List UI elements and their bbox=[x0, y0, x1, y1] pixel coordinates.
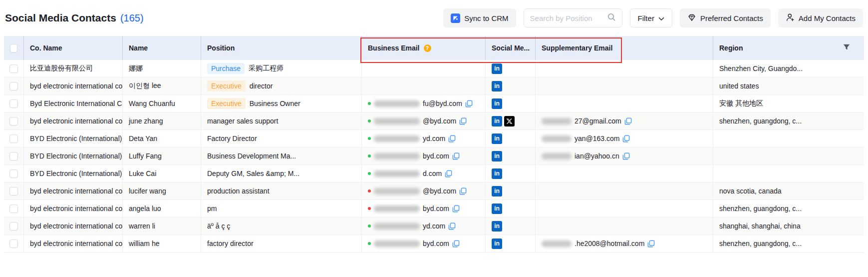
add-my-contacts-label: Add My Contacts bbox=[799, 14, 856, 22]
social-media-cell: in bbox=[486, 130, 536, 147]
copy-icon[interactable] bbox=[459, 118, 467, 125]
region-cell: Shenzhen City, Guangdo... bbox=[713, 60, 864, 77]
row-checkbox[interactable] bbox=[9, 152, 18, 160]
supplementary-email-cell: 27@gmail.com bbox=[536, 112, 713, 130]
copy-icon[interactable] bbox=[445, 170, 452, 178]
copy-icon[interactable] bbox=[452, 240, 460, 248]
position-cell: Purchase 采购工程师 bbox=[201, 60, 362, 77]
company-cell: Byd Electronic International Co ... bbox=[24, 95, 123, 112]
position-cell: Deputy GM, Sales &amp; M... bbox=[201, 165, 362, 182]
social-media-cell: in bbox=[486, 148, 536, 164]
preferred-contacts-button[interactable]: Preferred Contacts bbox=[680, 8, 771, 28]
region-cell bbox=[713, 165, 864, 182]
row-checkbox[interactable] bbox=[9, 204, 18, 213]
linkedin-icon[interactable]: in bbox=[492, 151, 502, 162]
copy-icon[interactable] bbox=[622, 135, 630, 142]
position-cell: manager sales support bbox=[201, 112, 362, 130]
position-text: Factory Director bbox=[207, 134, 257, 142]
redacted-text bbox=[542, 136, 572, 142]
company-cell: 比亚迪股份有限公司 bbox=[24, 60, 123, 77]
filter-button[interactable]: Filter bbox=[630, 8, 672, 28]
social-media-cell: in bbox=[486, 78, 536, 94]
copy-icon[interactable] bbox=[624, 118, 632, 125]
email-text: ian@yahoo.cn bbox=[575, 152, 619, 160]
search-icon[interactable] bbox=[607, 12, 616, 24]
table-row: byd electronic international co ltd will… bbox=[4, 235, 864, 252]
redacted-text bbox=[542, 118, 572, 124]
search-by-position bbox=[524, 8, 622, 28]
linkedin-icon[interactable]: in bbox=[492, 116, 502, 126]
x-icon[interactable] bbox=[504, 116, 515, 126]
redacted-text bbox=[374, 223, 420, 230]
social-media-cell: in bbox=[486, 218, 536, 234]
region-cell: 安徽 其他地区 bbox=[713, 95, 864, 112]
copy-icon[interactable] bbox=[448, 135, 456, 142]
name-cell: 이인형 lee bbox=[123, 78, 201, 94]
position-cell: Executive Business Owner bbox=[201, 95, 362, 112]
row-checkbox[interactable] bbox=[9, 170, 18, 178]
supplementary-email-cell bbox=[536, 182, 713, 200]
copy-icon[interactable] bbox=[459, 188, 467, 195]
region-cell bbox=[713, 148, 864, 164]
row-checkbox[interactable] bbox=[9, 64, 18, 73]
copy-icon[interactable] bbox=[647, 240, 655, 248]
select-all-checkbox[interactable] bbox=[10, 44, 17, 52]
column-header-region: Region bbox=[713, 36, 864, 60]
row-checkbox[interactable] bbox=[9, 187, 18, 196]
row-checkbox[interactable] bbox=[9, 117, 18, 126]
checkbox-cell bbox=[4, 130, 24, 147]
table-row: 比亚迪股份有限公司 娜娜 Purchase 采购工程师 in Shenzhen … bbox=[4, 60, 864, 78]
linkedin-icon[interactable]: in bbox=[492, 238, 502, 249]
row-checkbox[interactable] bbox=[9, 240, 18, 248]
copy-icon[interactable] bbox=[448, 222, 456, 230]
row-checkbox[interactable] bbox=[9, 82, 18, 90]
redacted-text bbox=[374, 153, 420, 160]
supplementary-email-cell: ian@yahoo.cn bbox=[536, 148, 713, 164]
name-cell: 娜娜 bbox=[123, 60, 201, 77]
linkedin-icon[interactable]: in bbox=[492, 204, 502, 214]
position-cell: Business Development Ma... bbox=[201, 148, 362, 164]
email-status-dot bbox=[368, 242, 371, 245]
copy-icon[interactable] bbox=[465, 100, 473, 108]
linkedin-icon[interactable]: in bbox=[492, 221, 502, 232]
search-input[interactable] bbox=[530, 14, 603, 22]
sync-to-crm-button[interactable]: Sync to CRM bbox=[443, 8, 516, 28]
linkedin-icon[interactable]: in bbox=[492, 64, 502, 74]
checkbox-cell bbox=[4, 78, 24, 94]
person-plus-icon bbox=[786, 13, 795, 24]
social-media-cell: in bbox=[486, 200, 536, 217]
row-checkbox[interactable] bbox=[9, 222, 18, 230]
email-text: fu@byd.com bbox=[423, 100, 462, 108]
position-badge: Executive bbox=[207, 80, 246, 92]
email-status-dot bbox=[368, 102, 371, 105]
row-checkbox[interactable] bbox=[9, 134, 18, 143]
linkedin-icon[interactable]: in bbox=[492, 134, 502, 144]
page-header: Social Media Contacts (165) Sync to CRM … bbox=[0, 0, 868, 36]
table-row: BYD Electronic (International) C... Luff… bbox=[4, 148, 864, 165]
region-cell: nova scotia, canada bbox=[713, 182, 864, 200]
redacted-text bbox=[374, 118, 420, 124]
name-cell: Wang Chuanfu bbox=[123, 95, 201, 112]
copy-icon[interactable] bbox=[452, 205, 460, 212]
position-cell: factory director bbox=[201, 235, 362, 252]
position-cell: Executive director bbox=[201, 78, 362, 94]
add-my-contacts-button[interactable]: Add My Contacts bbox=[778, 8, 863, 28]
business-email-cell: d.com bbox=[362, 165, 486, 182]
company-cell: BYD Electronic (International) C... bbox=[24, 165, 123, 182]
help-icon[interactable]: ? bbox=[424, 44, 431, 52]
business-email-cell bbox=[362, 60, 486, 77]
linkedin-icon[interactable]: in bbox=[492, 81, 502, 92]
email-status-dot bbox=[368, 172, 371, 175]
email-text: byd.com bbox=[423, 240, 449, 248]
email-text: yd.com bbox=[423, 134, 445, 142]
redacted-text bbox=[374, 240, 420, 247]
linkedin-icon[interactable]: in bbox=[492, 98, 502, 109]
linkedin-icon[interactable]: in bbox=[492, 186, 502, 196]
linkedin-icon[interactable]: in bbox=[492, 168, 502, 179]
region-filter-icon[interactable] bbox=[843, 44, 850, 52]
copy-icon[interactable] bbox=[622, 152, 630, 160]
copy-icon[interactable] bbox=[452, 152, 460, 160]
supplementary-email-cell: yan@163.com bbox=[536, 130, 713, 147]
position-text: factory director bbox=[207, 240, 254, 248]
row-checkbox[interactable] bbox=[9, 100, 18, 108]
